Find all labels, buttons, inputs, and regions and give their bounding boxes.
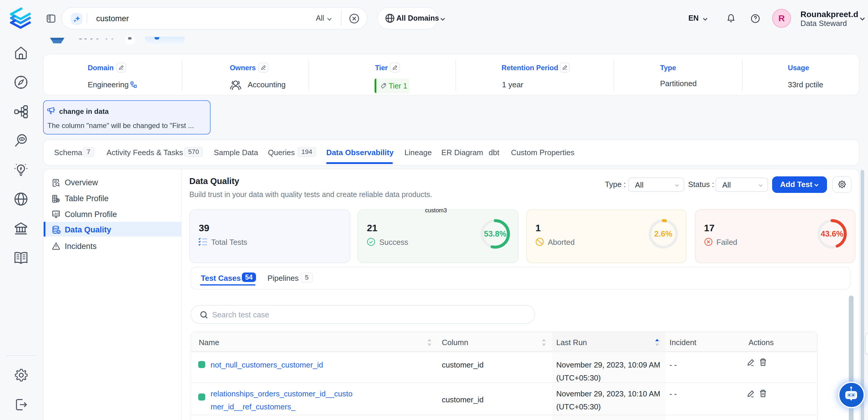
svg-text:53.8%: 53.8% bbox=[484, 230, 506, 238]
svg-text:2.6%: 2.6% bbox=[654, 230, 673, 238]
svg-text:43.6%: 43.6% bbox=[821, 230, 843, 238]
